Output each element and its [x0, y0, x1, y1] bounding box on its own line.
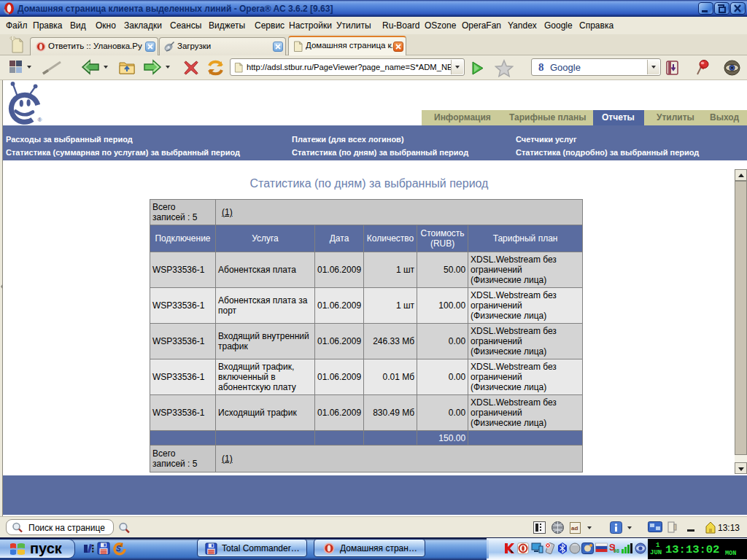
svg-text:ad: ad: [571, 525, 578, 532]
svg-text:98: 98: [614, 548, 619, 553]
svg-text:S: S: [116, 545, 121, 553]
svg-text:®: ®: [38, 117, 42, 123]
